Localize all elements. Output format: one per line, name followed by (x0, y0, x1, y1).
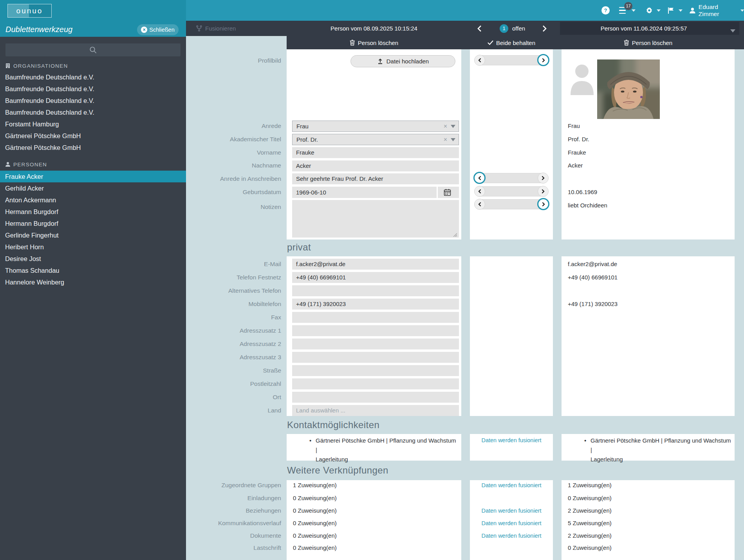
sidebar-item-person[interactable]: Desiree Jost (0, 253, 186, 265)
resize-handle[interactable] (453, 232, 457, 239)
choose-left-button[interactable] (474, 199, 485, 210)
flag-button[interactable] (668, 0, 674, 21)
postleitzahl-input[interactable] (292, 378, 459, 389)
toggle-track[interactable] (475, 173, 548, 183)
notizen-textarea[interactable] (292, 200, 459, 238)
choose-right-button-selected[interactable] (537, 198, 549, 210)
label-einladungen: Einladungen (247, 494, 281, 502)
sidebar-item-person[interactable]: Hermann Burgdorf (0, 218, 186, 229)
sidebar-item-person[interactable]: Anton Ackermann (0, 194, 186, 206)
close-duplicates-tool-button[interactable]: × Schließen (137, 24, 179, 35)
upload-file-button[interactable]: Datei hochladen (350, 55, 455, 67)
sidebar-item-organisation[interactable]: Gärtnerei Pötschke GmbH (0, 142, 186, 153)
notizen-merge-toggle (475, 199, 548, 209)
sidebar-item-person[interactable]: Hannelore Weinberg (0, 276, 186, 288)
sidebar-item-organisation[interactable]: Baumfreunde Deutschland e.V. (0, 83, 186, 95)
merge-note-dokumente[interactable]: Daten werden fusioniert (470, 531, 553, 540)
menu-caret[interactable] (632, 0, 636, 21)
strasse-input[interactable] (292, 365, 459, 376)
right-person-select[interactable]: Person vom 11.06.2024 09:25:57 (560, 22, 739, 35)
merge-note-kommunikation[interactable]: Daten werden fusioniert (470, 519, 553, 528)
prev-duplicate-button[interactable] (477, 21, 482, 36)
festnetz-input[interactable]: +49 (40) 66969101 (292, 272, 459, 283)
label-festnetz: Telefon Festnetz (237, 273, 281, 282)
fusion-button-disabled[interactable]: Fusionieren (196, 21, 236, 36)
vorname-input[interactable]: Frauke (292, 147, 459, 158)
user-name: Eduard Zimmer (699, 4, 738, 18)
mobiltelefon-input[interactable]: +49 (171) 3920023 (292, 299, 459, 310)
sidebar-item-organisation[interactable]: Baumfreunde Deutschland e.V. (0, 71, 186, 83)
label-lastschrift: Lastschrift (253, 544, 281, 552)
choose-right-button[interactable] (538, 186, 549, 197)
sidebar-item-organisation[interactable]: Baumfreunde Deutschland e.V. (0, 95, 186, 106)
email-input[interactable]: f.acker2@privat.de (292, 259, 459, 270)
adresszusatz2-input[interactable] (292, 339, 459, 349)
choose-right-button-selected[interactable] (537, 54, 549, 66)
calendar-button[interactable] (444, 189, 451, 198)
choose-left-button[interactable] (474, 55, 485, 66)
choose-right-button[interactable] (538, 173, 549, 184)
right-lastschrift-count: 0 Zuweisung(en) (568, 544, 612, 552)
sidebar-item-person-selected[interactable]: Frauke Acker (0, 171, 186, 182)
calendar-icon (444, 189, 451, 196)
organisations-header-label: ORGANISATIONEN (13, 63, 68, 69)
chevron-left-icon (478, 202, 482, 207)
settings-button[interactable] (645, 0, 653, 21)
sidebar-search-input[interactable] (5, 43, 181, 56)
titel-select[interactable]: Prof. Dr. × (292, 134, 459, 145)
sidebar-item-organisation[interactable]: Gärtnerei Pötschke GmbH (0, 130, 186, 142)
nachname-input[interactable]: Acker (292, 160, 459, 171)
anschreiben-merge-toggle (475, 173, 548, 183)
geburtsdatum-input[interactable]: 1969-06-10 (292, 187, 459, 198)
sidebar-item-person[interactable]: Gerhild Acker (0, 182, 186, 194)
person-icon (5, 162, 11, 167)
sidebar-item-organisation[interactable]: Baumfreunde Deutschland e.V. (0, 106, 186, 118)
app-logo[interactable]: ounuo (7, 4, 52, 18)
delete-right-person-button[interactable]: Person löschen (624, 36, 672, 49)
right-festnetz-value: +49 (40) 66969101 (568, 273, 618, 282)
adresszusatz3-input[interactable] (292, 352, 459, 363)
label-fax: Fax (271, 313, 281, 322)
merge-note-gruppen[interactable]: Daten werden fusioniert (470, 481, 553, 490)
merge-note-beziehungen[interactable]: Daten werden fusioniert (470, 506, 553, 515)
keep-both-button[interactable]: Beide behalten (488, 36, 535, 49)
next-duplicate-button[interactable] (542, 21, 547, 36)
sidebar-item-person[interactable]: Hermann Burgdorf (0, 206, 186, 218)
adresszusatz1-input[interactable] (292, 325, 459, 336)
sidebar-item-person[interactable]: Heribert Horn (0, 241, 186, 253)
flag-caret[interactable] (679, 0, 683, 21)
anrede-select[interactable]: Frau × (292, 121, 459, 132)
help-button[interactable]: ? (601, 0, 610, 21)
clear-icon[interactable]: × (444, 137, 447, 143)
chevron-down-icon[interactable] (451, 138, 455, 141)
choose-left-button[interactable] (474, 186, 485, 197)
avatar-placeholder (568, 61, 596, 97)
chevron-down-icon[interactable] (451, 125, 455, 128)
delete-left-person-button[interactable]: Person löschen (350, 36, 398, 49)
chevron-down-icon (740, 9, 744, 12)
choose-left-button-selected[interactable] (473, 172, 486, 184)
right-titel-value: Prof. Dr. (568, 135, 589, 144)
sidebar-item-organisation[interactable]: Forstamt Hamburg (0, 118, 186, 130)
land-select[interactable]: Land auswählen ... (292, 405, 459, 416)
delete-right-label: Person löschen (632, 40, 672, 46)
clear-icon[interactable]: × (444, 123, 447, 130)
sidebar-item-person[interactable]: Thomas Schandau (0, 265, 186, 276)
settings-caret[interactable] (657, 0, 661, 21)
kontakt-item-line1: Gärtnerei Pötschke GmbH | Pflanzung und … (591, 437, 731, 453)
organisations-section-header: ORGANISATIONEN (5, 62, 68, 70)
right-person-title: Person vom 11.06.2024 09:25:57 (560, 22, 728, 35)
open-label: offen (512, 21, 525, 36)
privat-section-heading: privat (287, 242, 311, 253)
alt-telefon-input[interactable] (292, 285, 459, 296)
label-dokumente: Dokumente (250, 531, 281, 540)
anschreiben-input[interactable]: Sehr geehrte Frau Prof. Dr. Acker (292, 173, 459, 184)
ort-input[interactable] (292, 392, 459, 403)
merge-note-kontakt[interactable]: Daten werden fusioniert (470, 436, 553, 445)
merge-icon (196, 25, 202, 32)
fax-input[interactable] (292, 312, 459, 323)
toggle-track[interactable] (475, 186, 548, 196)
sidebar-item-person[interactable]: Gerlinde Fingerhut (0, 229, 186, 241)
right-nachname-value: Acker (568, 161, 583, 170)
user-menu[interactable]: Eduard Zimmer (689, 0, 744, 21)
